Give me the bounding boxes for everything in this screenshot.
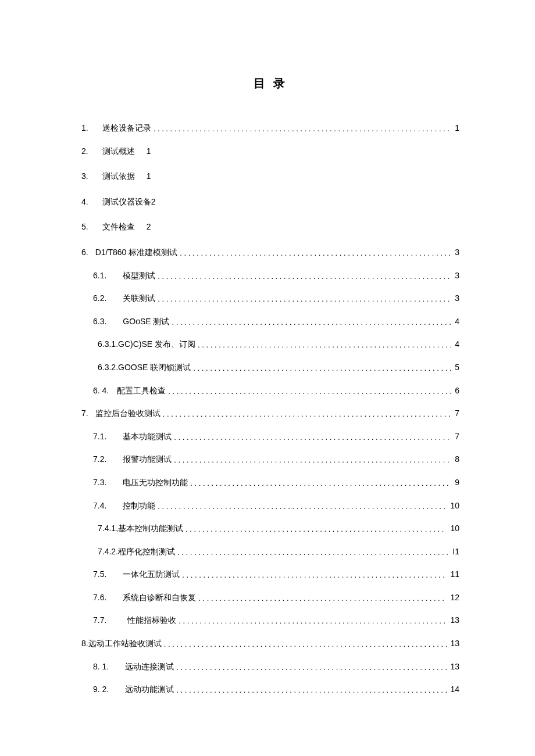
toc-entry-label: GOoSE 测试: [123, 316, 169, 328]
toc-dot-leader: [176, 662, 447, 673]
toc-entry-label: 送检设备记录: [102, 123, 151, 134]
document-page: 目 录 1.送检设备记录12.测试概述13.测试依据14.测试仪器设备25.文件…: [0, 0, 535, 696]
toc-entry-label: 报警功能测试: [123, 454, 172, 465]
toc-entry-label: 远动功能测试: [125, 684, 174, 696]
toc-entry-number: 7.4.: [93, 500, 123, 512]
toc-dot-leader: [182, 569, 447, 581]
toc-dot-leader: [158, 271, 451, 282]
toc-entry-label: 7.4.2.程序化控制测试: [98, 546, 175, 558]
toc-entry-number: 6.: [81, 247, 95, 259]
toc-entry: 7.4.1,基本控制功能测试10: [81, 523, 459, 535]
toc-entry-page: 13: [449, 615, 459, 626]
toc-entry-label: 系统自诊断和自恢复: [123, 592, 196, 604]
toc-entry-page: 4: [454, 339, 459, 350]
toc-entry-label: 电压无功控制功能: [123, 477, 188, 489]
toc-entry: 7.5.一体化五防测试11: [81, 569, 459, 581]
table-of-contents: 1.送检设备记录12.测试概述13.测试依据14.测试仪器设备25.文件检查26…: [81, 123, 459, 696]
toc-entry-page: 8: [454, 454, 459, 465]
toc-dot-leader: [198, 593, 447, 604]
toc-entry-number: 4.: [81, 196, 102, 208]
toc-dot-leader: [179, 615, 447, 627]
toc-entry-page: 13: [449, 661, 459, 673]
toc-entry: 6.2.关联测试3: [81, 293, 459, 304]
toc-entry: 1.送检设备记录1: [81, 123, 459, 134]
toc-entry: 6.D1/T860 标准建模测试3: [81, 247, 459, 259]
toc-entry-page: 1: [147, 146, 151, 157]
toc-entry-page: 1: [454, 123, 459, 134]
toc-entry-number: 9. 2.: [93, 684, 125, 696]
toc-entry-page: 11: [449, 569, 459, 581]
toc-entry-page: 3: [454, 270, 459, 282]
toc-entry-page: 2: [151, 196, 156, 208]
toc-entry-page: 7: [454, 408, 459, 420]
toc-dot-leader: [190, 478, 451, 489]
toc-entry-number: 7.3.: [93, 477, 123, 489]
toc-entry: 7.4.控制功能10: [81, 500, 459, 512]
toc-entry-label: 6.3.2.GOOSE 联闭锁测试: [98, 362, 191, 374]
toc-entry-number: 3.: [81, 171, 102, 182]
toc-entry-number: 7.1.: [93, 431, 123, 443]
toc-dot-leader: [168, 386, 451, 397]
toc-entry-page: 13: [449, 638, 459, 650]
toc-entry: 4.测试仪器设备2: [81, 196, 459, 208]
toc-entry-page: 3: [454, 293, 459, 304]
toc-entry-number: 7.2.: [93, 454, 123, 465]
toc-entry-label: 测试仪器设备: [102, 196, 151, 208]
toc-dot-leader: [176, 685, 447, 696]
toc-entry: 7.3.电压无功控制功能9: [81, 477, 459, 489]
toc-entry-label: 控制功能: [123, 500, 155, 512]
toc-entry-label: 一体化五防测试: [123, 569, 180, 581]
toc-entry-page: I1: [451, 546, 459, 558]
toc-entry-page: 4: [454, 316, 459, 328]
toc-entry: 9. 2.远动功能测试14: [81, 684, 459, 696]
toc-entry-label: 配置工具检查: [117, 385, 166, 397]
toc-entry: 8.远动工作站验收测试13: [81, 638, 459, 650]
toc-entry-page: 10: [449, 523, 459, 535]
toc-dot-leader: [154, 123, 452, 135]
toc-dot-leader: [180, 248, 451, 259]
toc-entry-label: 监控后台验收测试: [95, 408, 160, 420]
toc-entry-label: 关联测试: [123, 293, 155, 304]
toc-entry: 6. 4.配置工具检查6: [81, 385, 459, 397]
toc-entry-number: 8. 1.: [93, 661, 125, 673]
toc-dot-leader: [198, 339, 451, 351]
toc-entry-number: 7.6.: [93, 592, 123, 604]
toc-entry-label: 远动连接测试: [125, 661, 174, 673]
toc-entry: 7.7. 性能指标验收13: [81, 615, 459, 626]
toc-entry-page: 5: [454, 362, 459, 374]
toc-entry: 8. 1.远动连接测试13: [81, 661, 459, 673]
toc-entry-page: 14: [449, 684, 459, 696]
toc-entry-number: 7.: [81, 408, 95, 420]
toc-entry-number: 6.1.: [93, 270, 123, 282]
toc-entry-label: D1/T860 标准建模测试: [95, 247, 178, 259]
toc-entry-page: 7: [454, 431, 459, 443]
toc-entry-page: 2: [147, 221, 151, 233]
toc-dot-leader: [158, 293, 451, 305]
toc-entry-number: 1.: [81, 123, 102, 134]
toc-entry: 6.3.2.GOOSE 联闭锁测试5: [81, 362, 459, 374]
toc-entry-number: 7.5.: [93, 569, 123, 581]
toc-entry-label: 8.远动工作站验收测试: [81, 638, 162, 650]
toc-entry: 5.文件检查2: [81, 221, 459, 233]
toc-entry-page: 1: [147, 171, 151, 182]
toc-entry-page: 9: [454, 477, 459, 489]
toc-entry-label: 性能指标验收: [123, 615, 176, 626]
toc-entry: 6.3.GOoSE 测试4: [81, 316, 459, 328]
toc-entry-label: 测试依据: [102, 171, 135, 182]
toc-entry: 3.测试依据1: [81, 171, 459, 182]
toc-dot-leader: [193, 363, 451, 374]
toc-title: 目 录: [81, 76, 459, 91]
toc-dot-leader: [164, 639, 447, 650]
toc-dot-leader: [163, 409, 452, 420]
toc-entry: 7.4.2.程序化控制测试I1: [81, 546, 459, 558]
toc-dot-leader: [186, 524, 447, 535]
toc-entry-label: 测试概述: [102, 146, 135, 157]
toc-dot-leader: [174, 432, 451, 443]
toc-entry: 7.1.基本功能测试7: [81, 431, 459, 443]
toc-entry-label: 基本功能测试: [123, 431, 172, 443]
toc-entry-number: 2.: [81, 146, 102, 157]
toc-entry: 6.3.1.GC)C)SE 发布、订阅4: [81, 339, 459, 350]
toc-entry-label: 6.3.1.GC)C)SE 发布、订阅: [98, 339, 195, 350]
toc-entry: 7.6.系统自诊断和自恢复12: [81, 592, 459, 604]
toc-entry-number: 7.7.: [93, 615, 123, 626]
